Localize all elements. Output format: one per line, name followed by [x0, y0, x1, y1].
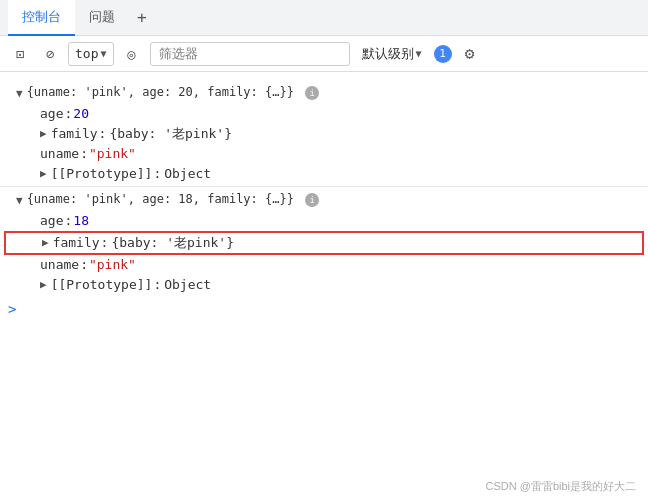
save-log-button[interactable]: ⊡ — [8, 42, 32, 66]
level-label: 默认级别 — [362, 45, 414, 63]
entry2-preview: {uname: 'pink', age: 18, family: {…}} i — [27, 190, 320, 208]
tab-console[interactable]: 控制台 — [8, 0, 75, 36]
expand-icon[interactable] — [40, 276, 47, 294]
info-icon[interactable]: i — [305, 193, 319, 207]
entry2-prop-prototype[interactable]: [[Prototype]] : Object — [0, 275, 648, 295]
tab-issues[interactable]: 问题 — [75, 0, 129, 36]
chevron-down-icon: ▼ — [100, 48, 106, 59]
entry1-prop-prototype[interactable]: [[Prototype]] : Object — [0, 164, 648, 184]
clear-console-button[interactable]: ⊘ — [38, 42, 62, 66]
expand-icon[interactable] — [16, 85, 23, 103]
tab-bar: 控制台 问题 + — [0, 0, 648, 36]
message-badge: 1 — [434, 45, 452, 63]
info-icon[interactable]: i — [305, 86, 319, 100]
expand-icon[interactable] — [42, 234, 49, 252]
chevron-down-icon: ▼ — [416, 48, 422, 59]
settings-button[interactable]: ⚙ — [458, 42, 482, 66]
entry2-header[interactable]: {uname: 'pink', age: 18, family: {…}} i — [0, 189, 648, 211]
message-count-icon: 1 — [434, 45, 452, 63]
block-icon: ⊘ — [46, 46, 54, 62]
console-prompt[interactable]: > — [0, 297, 648, 321]
log-entry-1: {uname: 'pink', age: 20, family: {…}} i … — [0, 80, 648, 186]
entry1-prop-uname: uname : "pink" — [0, 144, 648, 164]
entry2-prop-family-highlighted[interactable]: family : {baby: '老pink'} — [4, 231, 644, 255]
console-content: {uname: 'pink', age: 20, family: {…}} i … — [0, 72, 648, 500]
expand-icon[interactable] — [16, 192, 23, 210]
entry1-prop-age: age : 20 — [0, 104, 648, 124]
expand-icon[interactable] — [40, 165, 47, 183]
save-icon: ⊡ — [16, 46, 24, 62]
prompt-arrow-icon: > — [8, 301, 16, 317]
log-level-selector[interactable]: 默认级别 ▼ — [356, 42, 428, 66]
eye-button[interactable]: ◎ — [120, 42, 144, 66]
context-selector[interactable]: top ▼ — [68, 42, 114, 66]
toolbar: ⊡ ⊘ top ▼ ◎ 默认级别 ▼ 1 ⚙ — [0, 36, 648, 72]
entry1-prop-family[interactable]: family : {baby: '老pink'} — [0, 124, 648, 144]
log-entry-2: {uname: 'pink', age: 18, family: {…}} i … — [0, 186, 648, 297]
entry1-preview: {uname: 'pink', age: 20, family: {…}} i — [27, 83, 320, 101]
tab-add-button[interactable]: + — [129, 4, 155, 31]
gear-icon: ⚙ — [465, 44, 475, 63]
entry2-prop-uname: uname : "pink" — [0, 255, 648, 275]
context-label: top — [75, 46, 98, 61]
entry2-prop-age: age : 18 — [0, 211, 648, 231]
entry1-header[interactable]: {uname: 'pink', age: 20, family: {…}} i — [0, 82, 648, 104]
expand-icon[interactable] — [40, 125, 47, 143]
footer-watermark: CSDN @雷雷bibi是我的好大二 — [485, 479, 636, 494]
eye-icon: ◎ — [127, 46, 135, 62]
filter-input[interactable] — [150, 42, 350, 66]
